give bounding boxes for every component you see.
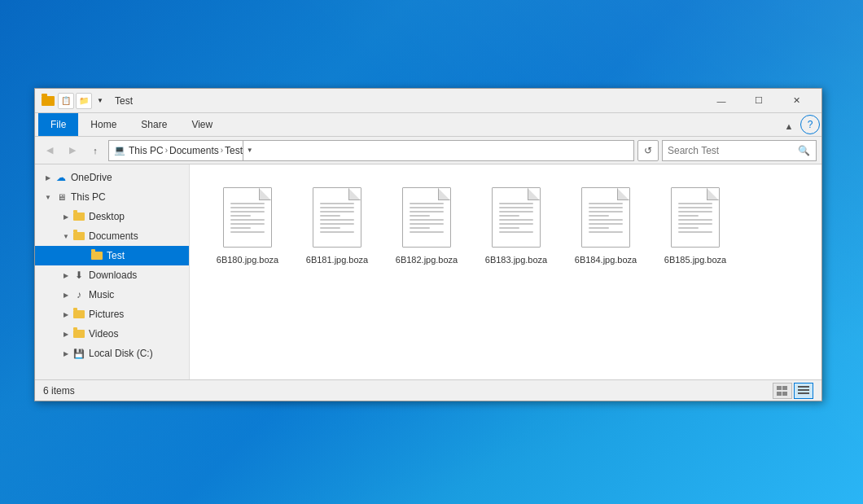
sidebar-item-onedrive[interactable]: ▶ ☁ OneDrive xyxy=(35,168,189,187)
file-item[interactable]: 6B181.jpg.boza xyxy=(292,177,382,272)
tab-file[interactable]: File xyxy=(38,113,78,136)
local-disk-icon: 💾 xyxy=(72,347,85,360)
refresh-button[interactable]: ↺ xyxy=(637,140,659,161)
sidebar-label-videos: Videos xyxy=(89,328,118,340)
back-button[interactable]: ◀ xyxy=(40,141,59,160)
file-item[interactable]: 6B185.jpg.boza xyxy=(651,177,740,272)
expand-documents[interactable]: ▼ xyxy=(59,230,72,243)
doc-lines xyxy=(320,203,354,233)
help-button[interactable]: ? xyxy=(800,115,820,134)
doc-lines xyxy=(589,203,623,233)
maximize-button[interactable]: ☐ xyxy=(740,89,778,113)
svg-rect-3 xyxy=(782,392,787,396)
sidebar-label-local-disk: Local Disk (C:) xyxy=(89,348,153,359)
file-icon xyxy=(577,184,634,251)
address-box[interactable]: 💻 This PC › Documents › Test ▼ xyxy=(108,140,634,161)
grid-view-button[interactable] xyxy=(794,383,813,399)
svg-rect-2 xyxy=(777,392,782,396)
search-box: 🔍 xyxy=(662,140,817,161)
window-icon xyxy=(42,94,55,107)
address-bar: ◀ ▶ ↑ 💻 This PC › Documents › Test ▼ ↺ xyxy=(35,137,821,164)
window-title: Test xyxy=(115,95,703,107)
doc-lines xyxy=(410,203,444,233)
videos-icon xyxy=(72,327,85,340)
expand-onedrive[interactable]: ▶ xyxy=(42,171,55,184)
document-icon xyxy=(492,187,541,248)
breadcrumb-item-documents[interactable]: Documents xyxy=(169,145,219,156)
tab-share[interactable]: Share xyxy=(129,113,179,136)
svg-rect-5 xyxy=(798,389,809,391)
expand-music[interactable]: ▶ xyxy=(59,288,72,301)
document-icon xyxy=(313,187,361,248)
svg-rect-6 xyxy=(798,392,809,394)
tab-view[interactable]: View xyxy=(179,113,225,136)
properties-button[interactable]: 📋 xyxy=(58,93,74,109)
forward-button[interactable]: ▶ xyxy=(63,141,82,160)
sidebar-label-this-pc: This PC xyxy=(71,191,106,203)
list-view-button[interactable] xyxy=(773,383,792,399)
sidebar-item-test[interactable]: Test xyxy=(35,246,189,265)
item-count: 6 items xyxy=(43,385,75,397)
pictures-icon xyxy=(72,308,85,321)
sidebar-item-videos[interactable]: ▶ Videos xyxy=(35,324,189,344)
doc-lines xyxy=(678,203,712,233)
breadcrumb-sep-1: › xyxy=(165,146,168,155)
expand-pictures[interactable]: ▶ xyxy=(59,308,72,321)
doc-lines xyxy=(230,203,265,233)
tab-home[interactable]: Home xyxy=(78,113,129,136)
documents-folder-icon xyxy=(72,230,85,243)
minimize-button[interactable]: — xyxy=(703,89,740,113)
svg-rect-1 xyxy=(782,386,787,390)
expand-videos[interactable]: ▶ xyxy=(59,327,72,340)
sidebar-label-documents: Documents xyxy=(89,230,138,242)
file-item[interactable]: 6B184.jpg.boza xyxy=(561,177,651,272)
view-toggle xyxy=(773,383,813,399)
window-controls: — ☐ ✕ xyxy=(703,89,815,113)
file-icon xyxy=(667,184,724,251)
sidebar-item-this-pc[interactable]: ▼ 🖥 This PC xyxy=(35,187,189,207)
file-item[interactable]: 6B182.jpg.boza xyxy=(382,177,471,272)
ribbon-tabs: File Home Share View ▲ ? xyxy=(35,113,821,136)
breadcrumb-sep-2: › xyxy=(221,146,223,155)
file-name: 6B183.jpg.boza xyxy=(485,254,547,265)
file-name: 6B185.jpg.boza xyxy=(664,254,726,265)
file-item[interactable]: 6B183.jpg.boza xyxy=(471,177,561,272)
sidebar-item-desktop[interactable]: ▶ Desktop xyxy=(35,207,189,226)
sidebar-item-downloads[interactable]: ▶ ⬇ Downloads xyxy=(35,265,189,285)
address-dropdown[interactable]: ▼ xyxy=(243,140,256,161)
quick-access-dropdown[interactable]: ▼ xyxy=(94,94,107,107)
file-icon xyxy=(488,184,545,251)
document-icon xyxy=(671,187,720,248)
file-name: 6B182.jpg.boza xyxy=(396,254,458,265)
content-area: 6B180.jpg.boza 6B181.jpg.boza 6B182.jpg.… xyxy=(190,164,821,379)
onedrive-icon: ☁ xyxy=(55,171,68,184)
expand-local-disk[interactable]: ▶ xyxy=(59,347,72,360)
search-icon[interactable]: 🔍 xyxy=(796,142,811,159)
sidebar-item-documents[interactable]: ▼ Documents xyxy=(35,226,189,246)
test-folder-icon xyxy=(90,249,103,262)
file-icon xyxy=(219,184,276,251)
sidebar-item-music[interactable]: ▶ ♪ Music xyxy=(35,285,189,305)
this-pc-icon: 🖥 xyxy=(55,191,68,204)
sidebar-label-onedrive: OneDrive xyxy=(71,172,112,183)
svg-rect-0 xyxy=(777,386,782,390)
expand-downloads[interactable]: ▶ xyxy=(59,269,72,282)
document-icon xyxy=(223,187,272,248)
ribbon-collapse-button[interactable]: ▲ xyxy=(779,116,799,136)
sidebar-item-pictures[interactable]: ▶ Pictures xyxy=(35,305,189,324)
sidebar-item-local-disk[interactable]: ▶ 💾 Local Disk (C:) xyxy=(35,344,189,363)
breadcrumb-item-test[interactable]: Test xyxy=(225,145,243,156)
file-icon xyxy=(398,184,455,251)
expand-this-pc[interactable]: ▼ xyxy=(42,191,55,204)
file-name: 6B180.jpg.boza xyxy=(217,254,278,265)
ribbon: File Home Share View ▲ ? xyxy=(35,113,821,137)
search-input[interactable] xyxy=(668,145,796,156)
up-button[interactable]: ↑ xyxy=(85,141,105,160)
close-button[interactable]: ✕ xyxy=(778,89,815,113)
new-folder-button[interactable]: 📁 xyxy=(76,93,92,109)
sidebar-label-music: Music xyxy=(89,289,114,300)
file-item[interactable]: 6B180.jpg.boza xyxy=(203,177,292,272)
expand-desktop[interactable]: ▶ xyxy=(59,210,72,223)
sidebar-label-test: Test xyxy=(107,250,125,261)
breadcrumb-item-this-pc[interactable]: 💻 This PC xyxy=(114,145,164,156)
